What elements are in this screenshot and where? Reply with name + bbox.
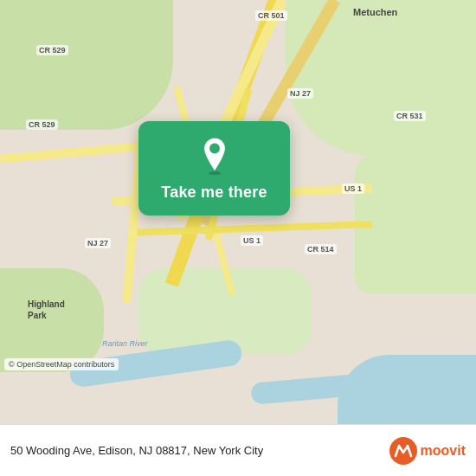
road-label-us1b: US 1 bbox=[241, 235, 263, 246]
place-label-metuchen: Metuchen bbox=[353, 7, 397, 17]
moovit-m-icon bbox=[389, 437, 417, 465]
road-label-cr531: CR 531 bbox=[394, 111, 426, 121]
svg-point-1 bbox=[209, 144, 220, 154]
road bbox=[130, 221, 372, 236]
button-label: Take me there bbox=[161, 183, 267, 202]
moovit-logo: moovit bbox=[389, 437, 466, 465]
address-text: 50 Wooding Ave, Edison, NJ 08817, New Yo… bbox=[10, 444, 263, 457]
map-container: CR 501 CR 529 CR 529 NJ 27 CR 531 US 1 U… bbox=[0, 0, 476, 424]
map-attribution: © OpenStreetMap contributors bbox=[4, 358, 119, 370]
green-area bbox=[0, 0, 173, 130]
svg-point-0 bbox=[209, 171, 221, 175]
moovit-text: moovit bbox=[421, 443, 466, 459]
take-me-there-button[interactable]: Take me there bbox=[138, 121, 290, 215]
road-label-cr514: CR 514 bbox=[305, 244, 337, 254]
road-label-cr529b: CR 529 bbox=[26, 119, 58, 130]
place-label-raritan-river: Raritan River bbox=[102, 339, 148, 348]
road-label-cr501: CR 501 bbox=[255, 10, 287, 21]
green-area bbox=[355, 156, 476, 294]
road-label-cr529a: CR 529 bbox=[36, 45, 68, 55]
road-label-nj27a: NJ 27 bbox=[287, 88, 313, 99]
location-pin-icon bbox=[196, 137, 234, 175]
place-label-highland-park: HighlandPark bbox=[28, 299, 65, 321]
road-label-nj27b: NJ 27 bbox=[85, 238, 111, 248]
road-label-us1a: US 1 bbox=[342, 183, 364, 194]
bottom-bar: 50 Wooding Ave, Edison, NJ 08817, New Yo… bbox=[0, 424, 476, 476]
